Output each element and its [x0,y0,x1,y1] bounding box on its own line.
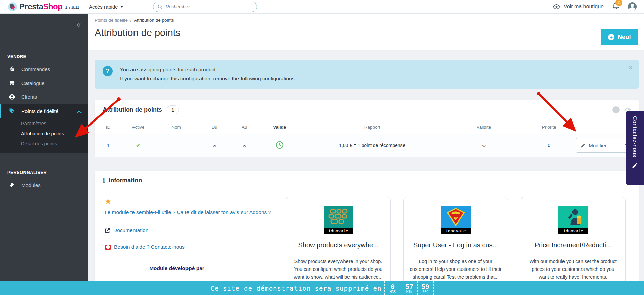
cell-ratio: 1,00 € = 1 point de récompense [302,134,443,157]
module-title: Super User - Log in as cus... [409,241,502,249]
pencil-icon [581,143,586,148]
table-row[interactable]: 1 ✔ ∞ ∞ 1,00 € = 1 point de récompense ∞… [95,134,639,157]
col-validity[interactable]: Validité [443,119,525,134]
points-table: ID Activé Nom Du Au Valide Rapport Valid… [95,119,639,157]
search-icon [157,4,163,10]
page-title: Attribution de points [95,27,637,38]
countdown: 0 HRS 57 MIN 59 SEC [384,281,434,295]
sidebar-item-catalogue[interactable]: Catalogue [0,76,88,90]
col-active[interactable]: Activé [122,119,154,134]
close-icon[interactable]: × [629,64,632,71]
col-to[interactable]: Au [231,119,258,134]
idnovate-logo-text: idnovate [324,228,353,234]
module-title: Show products everywhe... [291,241,385,249]
sidebar-subitem-detail-des-points[interactable]: Détail des points [21,139,88,149]
page-header: Points de fidélité / Attribution de poin… [88,14,644,50]
sidebar-item-points-de-fidelite[interactable]: Points de fidélité [0,104,88,118]
module-description: Show products everywhere in your shop. Y… [291,258,385,281]
sidebar-item-label: Modules [21,182,41,188]
sidebar-subitem-parametres[interactable]: Paramètres [21,118,88,129]
module-card-price-increment[interactable]: idnovate Price Increment/Reducti... With… [521,197,626,295]
module-logo-superman: idnovate [441,206,471,234]
sidebar-item-label: Points de fidélité [21,108,58,114]
panel-title: Attribution de points [103,106,162,113]
user-avatar[interactable] [628,2,637,11]
add-icon[interactable]: + [612,106,620,113]
col-from[interactable]: Du [198,119,230,134]
demo-countdown-banner: Ce site de démonstration sera supprimé e… [0,281,644,295]
info-alert: ? You are assigning points for each prod… [95,60,639,89]
help-contact-link[interactable]: Besoin d'aide ? Contacte-nous [105,244,282,250]
sidebar-item-label: Commandes [21,66,50,72]
cell-name [155,134,198,157]
module-card-super-user[interactable]: idnovate Super User - Log in as cus... L… [403,197,508,295]
sidebar-item-label: Catalogue [21,80,44,86]
search-bar[interactable] [153,2,257,12]
contact-us-tab[interactable]: Contactez-nous [626,111,644,185]
chevron-down-icon [120,6,123,8]
sidebar-item-commandes[interactable]: Commandes [0,62,88,76]
breadcrumb-parent[interactable]: Points de fidélité [95,18,128,23]
sidebar-item-clients[interactable]: Clients [0,90,88,104]
col-priority[interactable]: Priorité [525,119,574,134]
view-shop-link[interactable]: Voir ma boutique [553,4,604,10]
alert-line1: You are assigning points for each produc… [120,65,296,74]
module-logo-bricks: idnovate [324,206,353,234]
prestashop-bird-icon [8,2,17,11]
question-circle-icon: ? [103,66,113,76]
alert-line2: If you want to change this configuration… [120,74,296,83]
col-valid[interactable]: Valide [258,119,302,134]
review-prompt[interactable]: Le module te semble-t-il utile ? Ça te d… [105,208,272,216]
idnovate-logo-text: idnovate [441,228,471,234]
module-description: Log in to your shop as one of your custo… [409,258,502,281]
developed-by-label: Module développé par [105,265,249,272]
count-badge: 1 [167,105,179,114]
sidebar-collapse-button[interactable]: « [77,21,81,29]
sidebar-section-vendre: VENDRE [0,45,88,62]
cell-to: ∞ [231,134,258,157]
store-icon [9,80,15,87]
panel-title: Information [109,177,142,184]
cell-priority: 0 [525,134,574,157]
clock-valid-icon [276,141,284,149]
modify-button[interactable]: Modifier [576,138,633,153]
search-input[interactable] [166,4,253,9]
info-icon: i [103,177,105,184]
quick-access-dropdown[interactable]: Accès rapide [89,4,123,10]
person-circle-icon [9,94,15,100]
star-icon: ★ [105,197,282,206]
plus-circle-icon: + [608,34,614,40]
module-title: Price Increment/Reducti... [526,241,620,249]
countdown-hours: 0 HRS [384,281,401,295]
external-link-icon [105,228,110,233]
new-button[interactable]: + Neuf [601,29,638,45]
col-ratio[interactable]: Rapport [302,119,443,134]
brand-name: PrestaShop [19,2,62,11]
countdown-seconds: 59 SEC [417,281,434,295]
sidebar-item-modules[interactable]: Modules [0,178,88,192]
points-panel: Attribution de points 1 + ⟳ ID Activé No… [95,100,639,157]
pencil-icon [632,162,638,169]
banner-text: Ce site de démonstration sera supprimé e… [211,285,382,292]
puzzle-icon [9,182,15,189]
cell-from: ∞ [198,134,230,157]
shopping-basket-icon [9,66,15,73]
col-name[interactable]: Nom [155,119,198,134]
cell-validity: ∞ [443,134,525,157]
documentation-link[interactable]: Documentation [105,227,282,233]
check-icon: ✔ [136,142,141,149]
chevron-up-icon [77,108,82,114]
notifications-button[interactable]: 11 [612,2,619,11]
eye-icon [553,4,560,9]
sidebar-section-personnaliser: PERSONNALISER [0,161,88,178]
view-shop-label: Voir ma boutique [564,4,604,10]
idnovate-logo-text: idnovate [558,228,588,234]
sidebar-nav: « VENDRE Commandes Catalogue Clients Poi… [0,14,88,295]
prestashop-logo[interactable]: PrestaShop 1.7.8.11 [8,2,79,11]
sidebar-item-label: Clients [21,94,37,100]
col-id[interactable]: ID [95,119,122,134]
countdown-minutes: 57 MIN [401,281,417,295]
module-card-show-products[interactable]: idnovate Show products everywhe... Show … [286,197,391,295]
contact-us-label: Contactez-nous [632,116,638,157]
sidebar-subitem-attribution-de-points[interactable]: Attribution de points [21,129,88,139]
